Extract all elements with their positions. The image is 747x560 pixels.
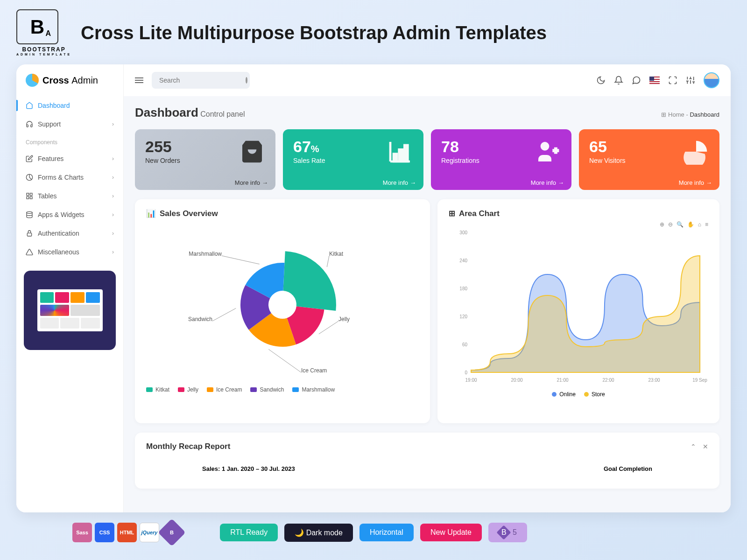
sidebar-item-tables[interactable]: Tables › [16, 187, 123, 205]
more-link[interactable]: More info → [235, 179, 268, 186]
zoom-icon[interactable]: 🔍 [677, 221, 684, 228]
flag-us-icon[interactable] [649, 77, 660, 84]
svg-line-26 [319, 321, 338, 334]
avatar[interactable] [704, 72, 719, 88]
chevron-right-icon: › [112, 121, 114, 127]
bell-icon[interactable] [614, 76, 623, 85]
svg-rect-6 [27, 233, 31, 236]
dashboard-icon: ⊞ [661, 111, 666, 118]
sidebar-preview-card [24, 271, 116, 350]
database-icon [26, 211, 33, 218]
brand-subtitle: BOOTSTRAP ADMIN TEMPLATE [16, 46, 71, 56]
svg-text:Jelly: Jelly [338, 316, 350, 322]
breadcrumb-current: Dashboard [690, 111, 719, 118]
svg-point-21 [541, 142, 550, 151]
area-legend: Online Store [449, 391, 708, 398]
sidebar-item-label: Authentication [38, 230, 79, 237]
svg-text:300: 300 [459, 230, 467, 235]
update-pill[interactable]: New Update [420, 524, 482, 541]
area-chart-card: ⊞ Area Chart ⊕ ⊖ 🔍 ✋ ⌂ ≡ 060120180240300… [437, 199, 719, 423]
svg-text:120: 120 [459, 314, 467, 319]
marketing-title: Cross Lite Multipurpose Bootstrap Admin … [81, 22, 547, 43]
search-input[interactable] [159, 77, 241, 84]
svg-text:21:00: 21:00 [557, 378, 568, 383]
horizontal-pill[interactable]: Horizontal [359, 524, 414, 541]
app-logo-icon [26, 74, 39, 87]
recap-title: Monthly Recap Report [146, 442, 230, 451]
marketing-header: BA BOOTSTRAP ADMIN TEMPLATE Cross Lite M… [16, 9, 731, 56]
stat-card-visitors[interactable]: 65 New Visitors More info → [579, 129, 719, 190]
collapse-icon[interactable]: ⌃ [691, 443, 696, 450]
breadcrumb: ⊞ Home - Dashboard [661, 111, 719, 118]
zoom-in-icon[interactable]: ⊕ [660, 221, 664, 228]
svg-text:Ice Cream: Ice Cream [301, 367, 327, 374]
sidebar-item-label: Dashboard [38, 102, 70, 109]
svg-text:60: 60 [462, 342, 468, 347]
svg-rect-19 [399, 149, 402, 161]
sidebar-item-label: Apps & Widgets [38, 211, 85, 218]
sidebar-item-misc[interactable]: Miscellaneous › [16, 243, 123, 261]
zoom-out-icon[interactable]: ⊖ [668, 221, 673, 228]
search-box[interactable] [152, 72, 250, 89]
user-plus-icon [535, 139, 561, 170]
sidebar-item-auth[interactable]: Authentication › [16, 224, 123, 243]
sidebar-item-label: Tables [38, 192, 56, 200]
bar-chart-icon [387, 139, 413, 170]
main-content: Dashboard Control panel ⊞ Home - Dashboa… [124, 64, 731, 512]
version-pill[interactable]: B 5 [488, 523, 527, 542]
hand-icon[interactable]: ✋ [687, 221, 694, 228]
svg-rect-18 [394, 154, 397, 161]
bag-icon [239, 139, 265, 170]
hamburger-button[interactable] [135, 77, 143, 83]
sidebar-item-support[interactable]: Support › [16, 115, 123, 133]
svg-rect-3 [30, 196, 32, 199]
breadcrumb-home[interactable]: Home [668, 111, 684, 118]
rtl-pill[interactable]: RTL Ready [220, 524, 278, 541]
pie-legend: Kitkat Jelly Ice Cream Sandwich Marshmal… [146, 386, 419, 393]
sidebar-item-features[interactable]: Features › [16, 149, 123, 168]
message-icon[interactable] [632, 76, 641, 85]
svg-rect-1 [27, 193, 29, 196]
more-link[interactable]: More info → [679, 179, 712, 186]
svg-text:Sandwich: Sandwich [188, 316, 212, 322]
moon-icon[interactable] [596, 76, 606, 85]
chart-toolbar: ⊕ ⊖ 🔍 ✋ ⌂ ≡ [449, 221, 708, 228]
topbar [124, 64, 731, 96]
fullscreen-icon[interactable] [668, 76, 677, 85]
sidebar-item-dashboard[interactable]: Dashboard [16, 96, 123, 115]
more-link[interactable]: More info → [383, 179, 416, 186]
more-link[interactable]: More info → [531, 179, 564, 186]
grid-icon [26, 192, 33, 200]
menu-icon[interactable]: ≡ [705, 221, 708, 228]
chart-icon: 📊 [146, 209, 156, 218]
stat-card-registrations[interactable]: 78 Registrations More info → [431, 129, 571, 190]
sidebar-item-forms[interactable]: Forms & Charts › [16, 168, 123, 187]
brand-logo: BA [16, 9, 58, 44]
svg-text:19 Sep: 19 Sep [692, 378, 707, 383]
chevron-right-icon: › [112, 193, 114, 199]
home-icon [26, 102, 33, 109]
stat-card-sales[interactable]: 67% Sales Rate More info → [283, 129, 423, 190]
chevron-right-icon: › [112, 230, 114, 237]
sidebar-item-apps[interactable]: Apps & Widgets › [16, 205, 123, 224]
recap-goal: Goal Completion [604, 465, 652, 472]
sliders-icon[interactable] [686, 76, 695, 85]
darkmode-pill[interactable]: 🌙 Dark mode [284, 524, 353, 542]
svg-text:180: 180 [459, 286, 467, 291]
lock-icon [26, 230, 33, 237]
area-chart: 06012018024030019:0020:0021:0022:0023:00… [449, 228, 708, 386]
svg-point-5 [27, 211, 32, 213]
html5-icon: HTML [117, 523, 137, 542]
close-icon[interactable]: ✕ [703, 443, 708, 450]
app-brand[interactable]: Cross Admin [16, 74, 123, 96]
warning-icon [26, 248, 33, 256]
home-icon[interactable]: ⌂ [698, 221, 701, 228]
svg-text:23:00: 23:00 [648, 378, 660, 383]
sidebar-section: Components [16, 133, 123, 149]
sidebar-item-label: Miscellaneous [38, 248, 79, 256]
chevron-right-icon: › [112, 211, 114, 218]
sidebar-item-label: Forms & Charts [38, 174, 84, 181]
card-title: ⊞ Area Chart [449, 209, 708, 218]
chevron-right-icon: › [112, 249, 114, 255]
stat-card-orders[interactable]: 255 New Orders More info → [135, 129, 275, 190]
